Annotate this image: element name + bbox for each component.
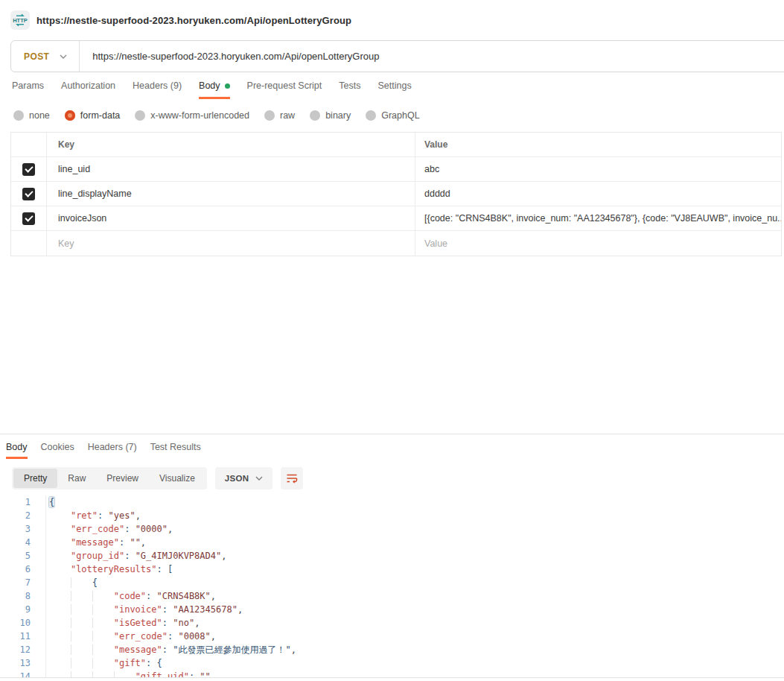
line-number: 8 — [0, 589, 46, 603]
checkbox-cell — [11, 231, 47, 256]
value-cell[interactable]: [{code: "CRNS4B8K", invoice_num: "AA1234… — [415, 206, 781, 230]
code-line: 9 "invoice": "AA12345678", — [0, 603, 784, 616]
key-cell[interactable]: line_displayName — [47, 182, 415, 206]
code-line-content: "err_code": "0008", — [46, 630, 216, 643]
http-request-icon: HTTP — [10, 10, 30, 30]
radio-icon — [13, 110, 24, 121]
tab-settings[interactable]: Settings — [377, 72, 411, 99]
code-line: 4 "message": "", — [0, 536, 784, 549]
line-number: 7 — [0, 576, 46, 589]
code-line-content: "message": "此發票已經參加使用過了！", — [46, 643, 296, 656]
radio-icon — [310, 110, 320, 121]
value-cell[interactable]: abc — [415, 157, 781, 181]
line-number: 11 — [0, 630, 46, 643]
line-number: 5 — [0, 549, 46, 563]
radio-icon — [65, 110, 75, 121]
code-line: 12 "message": "此發票已經參加使用過了！", — [0, 643, 784, 656]
checkbox-cell — [11, 182, 47, 206]
tab-pre-request-script[interactable]: Pre-request Script — [247, 72, 322, 99]
code-line: 2 "ret": "yes", — [0, 509, 784, 522]
response-tab-body[interactable]: Body — [6, 434, 28, 459]
view-mode-visualize[interactable]: Visualize — [149, 469, 205, 488]
key-cell[interactable]: invoiceJson — [47, 206, 415, 230]
line-number: 4 — [0, 536, 46, 549]
key-cell[interactable]: line_uid — [47, 157, 415, 181]
code-line: 14 "gift_uid": "" — [0, 670, 784, 678]
code-line-content: "message": "", — [46, 536, 146, 549]
response-tab-cookies[interactable]: Cookies — [41, 434, 74, 459]
line-number: 10 — [0, 616, 46, 630]
tab-params[interactable]: Params — [12, 72, 44, 99]
code-line: 10 "isGeted": "no", — [0, 616, 784, 630]
body-mode-label: none — [29, 110, 50, 121]
header-checkbox-cell — [11, 133, 47, 156]
wrap-lines-button[interactable] — [281, 467, 303, 490]
body-mode-raw[interactable]: raw — [264, 110, 295, 121]
body-mode-label: x-www-form-urlencoded — [150, 110, 249, 121]
response-tab-test-results[interactable]: Test Results — [150, 434, 201, 459]
line-number: 12 — [0, 643, 46, 656]
tab-label: Headers (9) — [133, 80, 182, 91]
request-url-bar: POST https://nestle-superfood-2023.horyu… — [10, 40, 784, 72]
form-data-row: invoiceJson[{code: "CRNS4B8K", invoice_n… — [11, 206, 781, 231]
method-label: POST — [11, 51, 60, 62]
body-mode-selector: noneform-datax-www-form-urlencodedrawbin… — [13, 109, 784, 121]
key-cell-placeholder[interactable]: Key — [47, 231, 415, 256]
tab-label: Cookies — [41, 442, 74, 452]
tab-authorization[interactable]: Authorization — [61, 72, 115, 99]
tab-label: Settings — [377, 80, 411, 91]
code-line: 6 "lotteryResults": [ — [0, 563, 784, 576]
code-line: 11 "err_code": "0008", — [0, 630, 784, 643]
url-input[interactable]: https://nestle-superfood-2023.horyuken.c… — [80, 51, 379, 62]
code-line-content: "invoice": "AA12345678", — [46, 603, 243, 616]
code-line-content: "lotteryResults": [ — [46, 563, 173, 576]
body-mode-none[interactable]: none — [13, 110, 50, 121]
view-mode-raw[interactable]: Raw — [57, 469, 96, 488]
body-mode-form-data[interactable]: form-data — [65, 110, 121, 121]
checkbox-cell — [11, 157, 47, 181]
row-checkbox[interactable] — [22, 163, 35, 176]
format-selector[interactable]: JSON — [215, 467, 273, 490]
view-mode-pretty[interactable]: Pretty — [13, 469, 57, 488]
view-mode-preview[interactable]: Preview — [96, 469, 149, 488]
line-number: 1 — [0, 495, 46, 509]
form-data-empty-row: KeyValue — [11, 231, 781, 256]
tab-tests[interactable]: Tests — [339, 72, 360, 99]
tab-label: Headers (7) — [88, 442, 137, 452]
form-data-table: Key Value line_uidabcline_displayNameddd… — [10, 132, 782, 256]
body-mode-x-www-form-urlencoded[interactable]: x-www-form-urlencoded — [135, 110, 249, 121]
code-line: 7 { — [0, 576, 784, 589]
method-selector[interactable]: POST — [11, 41, 79, 72]
table-header-row: Key Value — [11, 133, 781, 157]
code-line-content: "group_id": "G_4IMJ0KVP8AD4", — [46, 549, 226, 563]
tab-body[interactable]: Body — [199, 72, 230, 99]
code-line: 5 "group_id": "G_4IMJ0KVP8AD4", — [0, 549, 784, 563]
body-mode-graphql[interactable]: GraphQL — [366, 110, 419, 121]
line-number: 13 — [0, 656, 46, 670]
tab-label: Params — [12, 80, 44, 91]
response-tab-headers-7[interactable]: Headers (7) — [88, 434, 137, 459]
wrap-lines-icon — [285, 472, 299, 485]
body-mode-binary[interactable]: binary — [310, 110, 351, 121]
tab-label: Tests — [339, 80, 360, 91]
code-line-content: "gift": { — [46, 656, 162, 670]
code-line: 3 "err_code": "0000", — [0, 522, 784, 536]
view-mode-segment: PrettyRawPreviewVisualize — [12, 467, 207, 490]
code-line: 8 "code": "CRNS4B8K", — [0, 589, 784, 603]
code-line-content: "gift_uid": "" — [46, 670, 211, 678]
row-checkbox[interactable] — [22, 188, 35, 200]
row-checkbox[interactable] — [22, 212, 35, 225]
code-line-content: "code": "CRNS4B8K", — [46, 589, 216, 603]
tab-headers-9[interactable]: Headers (9) — [133, 72, 182, 99]
value-cell-placeholder[interactable]: Value — [415, 231, 781, 256]
code-line: 1{ — [0, 495, 784, 509]
code-line-content: "isGeted": "no", — [46, 616, 200, 630]
body-mode-label: binary — [325, 110, 351, 121]
value-cell[interactable]: ddddd — [415, 182, 781, 206]
body-mode-label: raw — [280, 110, 295, 121]
svg-text:HTTP: HTTP — [13, 17, 28, 24]
line-number: 14 — [0, 670, 46, 678]
request-tabs: ParamsAuthorizationHeaders (9)BodyPre-re… — [12, 72, 784, 99]
response-body-editor[interactable]: 1{2 "ret": "yes",3 "err_code": "0000",4 … — [0, 495, 784, 678]
response-toolbar: PrettyRawPreviewVisualize JSON — [12, 467, 784, 490]
